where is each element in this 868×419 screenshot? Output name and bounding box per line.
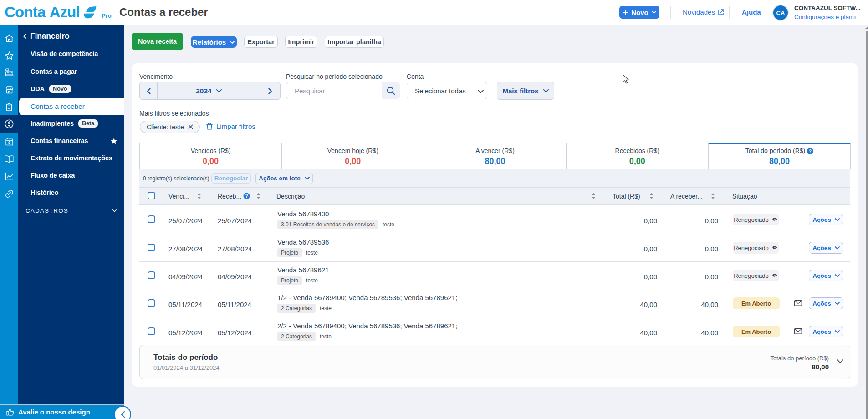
svg-text:?: ?: [809, 149, 812, 154]
svg-text:?: ?: [245, 194, 248, 199]
